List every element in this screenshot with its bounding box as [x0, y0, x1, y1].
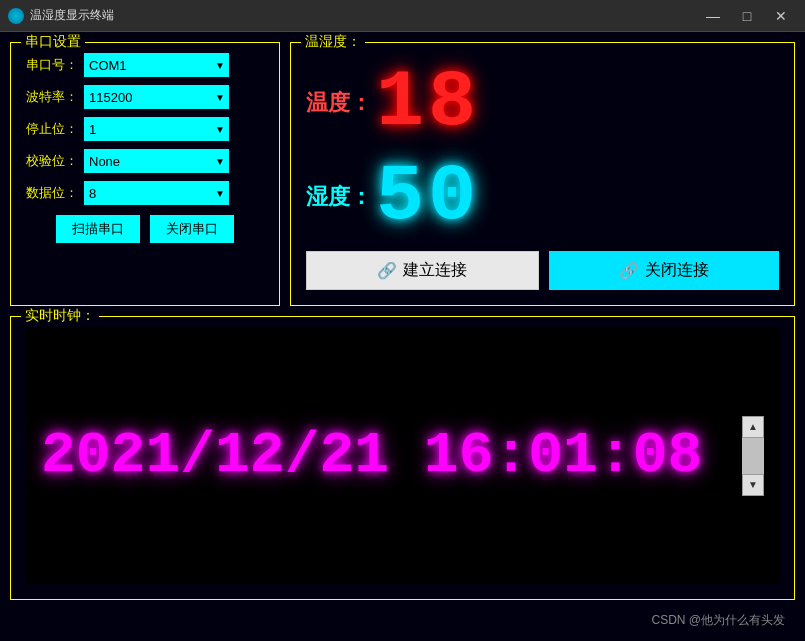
connect-label: 建立连接	[403, 260, 467, 281]
footer-text: CSDN @他为什么有头发	[651, 612, 785, 629]
parity-select[interactable]: NoneEvenOdd	[84, 149, 229, 173]
clock-panel: 实时时钟： 2021/12/21 16:01:08 ▲ ▼	[10, 316, 795, 600]
stop-select-wrapper: 11.52 ▼	[84, 117, 229, 141]
clock-time: 2021/12/21 16:01:08	[41, 423, 742, 488]
title-bar: 温湿度显示终端 — □ ✕	[0, 0, 805, 32]
serial-panel: 串口设置 串口号： COM1COM2COM3 ▼ 波特率： 9600192001…	[10, 42, 280, 306]
scroll-up-button[interactable]: ▲	[742, 416, 764, 438]
port-row: 串口号： COM1COM2COM3 ▼	[26, 53, 264, 77]
temp-humidity-panel: 温湿度： 温度： 18 湿度： 50 🔗 建立连接 🔗 关闭连接	[290, 42, 795, 306]
serial-btn-row: 扫描串口 关闭串口	[26, 215, 264, 243]
databits-row: 数据位： 5678 ▼	[26, 181, 264, 205]
title-bar-controls: — □ ✕	[697, 4, 797, 28]
baud-row: 波特率： 960019200115200 ▼	[26, 85, 264, 109]
close-button[interactable]: ✕	[765, 4, 797, 28]
databits-select[interactable]: 5678	[84, 181, 229, 205]
title-bar-left: 温湿度显示终端	[8, 7, 114, 24]
serial-panel-title: 串口设置	[21, 33, 85, 51]
temperature-value: 18	[376, 63, 480, 143]
disconnect-icon: 🔗	[619, 261, 639, 280]
parity-select-wrapper: NoneEvenOdd ▼	[84, 149, 229, 173]
disconnect-button[interactable]: 🔗 关闭连接	[549, 251, 780, 290]
stop-row: 停止位： 11.52 ▼	[26, 117, 264, 141]
humidity-label: 湿度：	[306, 182, 376, 212]
databits-label: 数据位：	[26, 184, 78, 202]
port-select-wrapper: COM1COM2COM3 ▼	[84, 53, 229, 77]
humidity-row: 湿度： 50	[306, 157, 779, 237]
connect-button[interactable]: 🔗 建立连接	[306, 251, 539, 290]
temperature-row: 温度： 18	[306, 63, 779, 143]
scroll-down-button[interactable]: ▼	[742, 474, 764, 496]
scroll-track	[742, 438, 764, 474]
close-port-button[interactable]: 关闭串口	[150, 215, 234, 243]
parity-row: 校验位： NoneEvenOdd ▼	[26, 149, 264, 173]
temp-humidity-panel-title: 温湿度：	[301, 33, 365, 51]
port-label: 串口号：	[26, 56, 78, 74]
disconnect-label: 关闭连接	[645, 260, 709, 281]
clock-inner: 2021/12/21 16:01:08 ▲ ▼	[26, 327, 779, 584]
clock-scrollbar: ▲ ▼	[742, 416, 764, 496]
baud-select-wrapper: 960019200115200 ▼	[84, 85, 229, 109]
top-row: 串口设置 串口号： COM1COM2COM3 ▼ 波特率： 9600192001…	[10, 42, 795, 306]
connection-btn-row: 🔗 建立连接 🔗 关闭连接	[306, 251, 779, 290]
temperature-label: 温度：	[306, 88, 376, 118]
main-content: 串口设置 串口号： COM1COM2COM3 ▼ 波特率： 9600192001…	[0, 32, 805, 641]
parity-label: 校验位：	[26, 152, 78, 170]
connect-icon: 🔗	[377, 261, 397, 280]
port-select[interactable]: COM1COM2COM3	[84, 53, 229, 77]
databits-select-wrapper: 5678 ▼	[84, 181, 229, 205]
stop-select[interactable]: 11.52	[84, 117, 229, 141]
stop-label: 停止位：	[26, 120, 78, 138]
clock-panel-title: 实时时钟：	[21, 307, 99, 325]
minimize-button[interactable]: —	[697, 4, 729, 28]
humidity-value: 50	[376, 157, 480, 237]
scan-serial-button[interactable]: 扫描串口	[56, 215, 140, 243]
bottom-row: 实时时钟： 2021/12/21 16:01:08 ▲ ▼	[10, 316, 795, 600]
maximize-button[interactable]: □	[731, 4, 763, 28]
baud-label: 波特率：	[26, 88, 78, 106]
footer: CSDN @他为什么有头发	[10, 610, 795, 631]
title-bar-title: 温湿度显示终端	[30, 7, 114, 24]
app-icon	[8, 8, 24, 24]
baud-select[interactable]: 960019200115200	[84, 85, 229, 109]
